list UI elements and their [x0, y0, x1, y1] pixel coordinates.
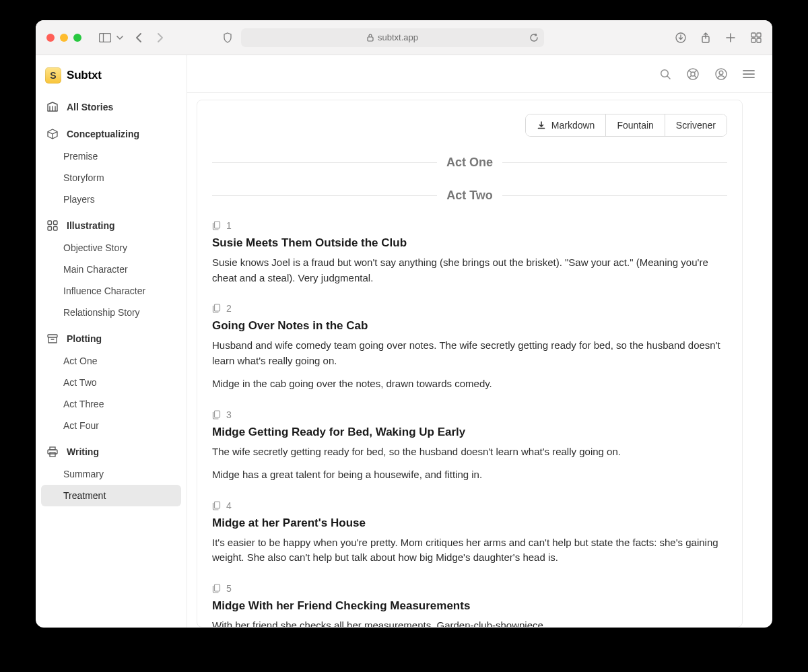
scene-paragraph: With her friend she checks all her measu…	[212, 618, 727, 628]
sidebar-sub-label: Relationship Story	[63, 307, 140, 318]
sidebar-section-conceptualizing[interactable]: Conceptualizing	[41, 123, 181, 145]
export-markdown-button[interactable]: Markdown	[526, 114, 606, 136]
scene-paragraph: Midge in the cab going over the notes, d…	[212, 376, 727, 392]
sidebar-item-all-stories[interactable]: All Stories	[41, 96, 181, 119]
svg-rect-29	[215, 502, 220, 508]
svg-rect-6	[757, 33, 761, 37]
share-icon[interactable]	[701, 32, 710, 43]
svg-rect-5	[751, 33, 755, 37]
sidebar-sub-item[interactable]: Premise	[41, 145, 181, 167]
sidebar-sub-item[interactable]: Treatment	[41, 485, 181, 506]
scene-meta: 4	[212, 500, 727, 511]
sidebar-section-writing[interactable]: Writing	[41, 440, 181, 463]
scene-paragraph: It's easier to be happy when you're pret…	[212, 535, 727, 566]
sidebar-sub-label: Main Character	[63, 264, 128, 275]
archive-icon	[46, 333, 59, 345]
export-scrivener-button[interactable]: Scrivener	[665, 114, 727, 136]
act-label: Act Two	[446, 189, 493, 203]
scene: 1Susie Meets Them Outside the ClubSusie …	[212, 220, 727, 285]
printer-icon	[46, 446, 59, 458]
svg-rect-16	[50, 452, 55, 457]
scene-meta: 5	[212, 583, 727, 594]
sidebar-label: Plotting	[67, 333, 102, 344]
copy-icon[interactable]	[212, 221, 221, 230]
sidebar-sub-label: Act Two	[63, 377, 97, 388]
sidebar-sub-item[interactable]: Storyform	[41, 167, 181, 189]
scene-body: It's easier to be happy when you're pret…	[212, 535, 727, 566]
svg-rect-10	[54, 221, 58, 225]
sidebar-sub-label: Act One	[63, 356, 98, 366]
svg-rect-0	[100, 33, 111, 42]
scene: 2Going Over Notes in the CabHusband and …	[212, 303, 727, 392]
privacy-shield-icon[interactable]	[222, 32, 233, 43]
svg-rect-8	[757, 38, 761, 42]
browser-window: subtxt.app S S	[36, 20, 772, 628]
svg-rect-28	[215, 411, 220, 417]
sidebar-sub-item[interactable]: Influence Character	[41, 280, 181, 302]
copy-icon[interactable]	[212, 584, 221, 593]
copy-icon[interactable]	[212, 410, 221, 419]
sidebar-toggle-icon[interactable]	[99, 33, 111, 42]
scene-meta: 3	[212, 409, 727, 420]
export-fountain-button[interactable]: Fountain	[605, 114, 664, 136]
scene-body: With her friend she checks all her measu…	[212, 618, 727, 628]
search-icon[interactable]	[659, 68, 671, 80]
sidebar-label: All Stories	[67, 102, 113, 112]
copy-icon[interactable]	[212, 304, 221, 313]
sidebar-sub-item[interactable]: Act Four	[41, 415, 181, 436]
sidebar-section-plotting[interactable]: Plotting	[41, 327, 181, 350]
divider-line	[502, 162, 727, 163]
sidebar-label: Illustrating	[67, 220, 115, 231]
sidebar-sub-item[interactable]: Objective Story	[41, 237, 181, 259]
divider-line	[212, 162, 437, 163]
address-bar-wrap: subtxt.app	[216, 28, 569, 47]
sidebar-sub-label: Act Four	[63, 420, 99, 431]
sidebar-section-illustrating[interactable]: Illustrating	[41, 214, 181, 237]
downloads-icon[interactable]	[675, 32, 686, 43]
scene-body: Susie knows Joel is a fraud but won't sa…	[212, 255, 727, 285]
sidebar-sub-item[interactable]: Main Character	[41, 259, 181, 280]
traffic-lights	[46, 34, 81, 42]
scene-body: The wife secretly getting ready for bed,…	[212, 444, 727, 483]
library-icon	[46, 101, 59, 113]
scene-title: Midge Getting Ready for Bed, Waking Up E…	[212, 426, 727, 439]
close-window-button[interactable]	[46, 34, 55, 42]
copy-icon[interactable]	[212, 501, 221, 510]
tab-overview-icon[interactable]	[751, 32, 762, 43]
document-card: Markdown Fountain Scrivener Act OneAct T…	[197, 100, 743, 628]
sidebar-sub-label: Players	[63, 194, 95, 205]
svg-rect-7	[751, 38, 755, 42]
scene-number: 4	[226, 500, 232, 511]
scene-meta: 2	[212, 303, 727, 314]
new-tab-icon[interactable]	[725, 32, 736, 43]
menu-icon[interactable]	[743, 69, 755, 79]
sidebar-sub-item[interactable]: Players	[41, 189, 181, 210]
sidebar-sub-item[interactable]: Act One	[41, 350, 181, 372]
brand[interactable]: S Subtxt	[41, 65, 181, 92]
nav-back-button[interactable]	[135, 33, 143, 42]
account-icon[interactable]	[714, 67, 728, 81]
svg-rect-11	[48, 227, 52, 231]
address-text: subtxt.app	[378, 32, 418, 42]
act-divider: Act Two	[212, 189, 727, 203]
sidebar-sub-item[interactable]: Act Three	[41, 393, 181, 415]
address-bar[interactable]: subtxt.app	[241, 28, 544, 47]
reload-icon[interactable]	[529, 33, 539, 42]
nav-forward-button[interactable]	[156, 33, 164, 42]
scene-meta: 1	[212, 220, 727, 231]
scene-paragraph: Susie knows Joel is a fraud but won't sa…	[212, 255, 727, 285]
scene-title: Midge With her Friend Checking Measureme…	[212, 599, 727, 613]
sidebar-sub-item[interactable]: Relationship Story	[41, 302, 181, 323]
app-sidebar: S Subtxt All Stories Conceptualizing Pre…	[36, 55, 187, 628]
sidebar-sub-item[interactable]: Act Two	[41, 372, 181, 393]
sidebar-sub-item[interactable]: Summary	[41, 463, 181, 485]
chevron-down-icon[interactable]	[116, 34, 123, 41]
divider-line	[502, 195, 727, 196]
fullscreen-window-button[interactable]	[73, 34, 81, 42]
sidebar-sub-label: Premise	[63, 151, 98, 162]
minimize-window-button[interactable]	[60, 34, 68, 42]
scene-title: Susie Meets Them Outside the Club	[212, 236, 727, 250]
help-icon[interactable]	[686, 67, 700, 81]
scene-title: Going Over Notes in the Cab	[212, 319, 727, 333]
sidebar-sub-label: Storyform	[63, 172, 104, 183]
